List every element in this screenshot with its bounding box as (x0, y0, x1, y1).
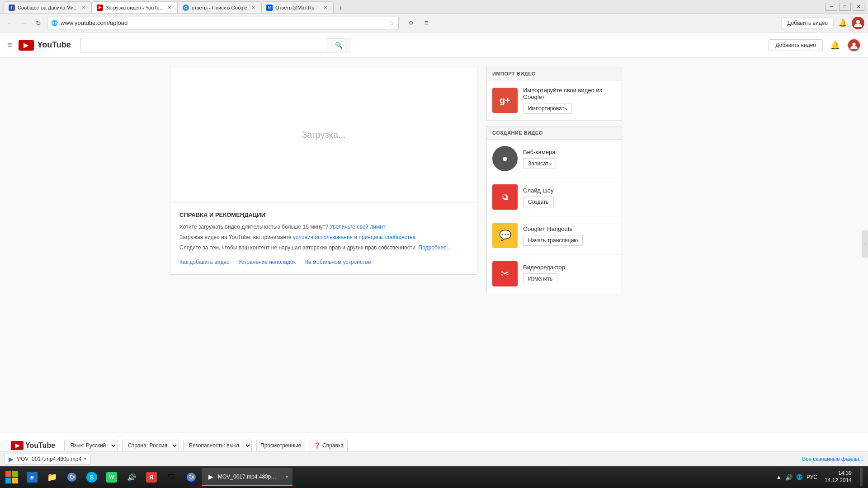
svg-point-9 (190, 476, 193, 479)
edit-button[interactable]: Изменить (523, 273, 557, 284)
tab-1-close[interactable]: ✕ (80, 5, 87, 11)
start-button[interactable] (2, 468, 22, 486)
tab-2[interactable]: ▶ Загрузка видео - YouTu... ✕ (92, 1, 178, 13)
import-video-section: ИМПОРТ ВИДЕО g+ Импортируйте свои видео … (486, 67, 622, 121)
hangouts-item: 💬 Google+ Hangouts Начать трансляцию (487, 216, 622, 255)
header-add-video-button[interactable]: Добавить видео (769, 39, 823, 51)
antivirus-icon: 🛡 (166, 472, 177, 483)
help-line1-prefix: Хотите загружать видео длительностью бол… (179, 224, 330, 230)
hamburger-menu-icon[interactable]: ≡ (7, 40, 12, 50)
tab-2-close[interactable]: ✕ (166, 5, 173, 11)
whatsapp-icon: W (106, 472, 117, 483)
start-stream-button[interactable]: Начать трансляцию (523, 235, 583, 246)
search-input[interactable] (80, 38, 327, 52)
header-user-avatar[interactable] (847, 38, 861, 52)
maximize-button[interactable]: □ (839, 3, 851, 11)
download-expand-icon[interactable]: ▾ (84, 456, 86, 461)
notification-bell-icon[interactable]: 🔔 (838, 19, 847, 27)
slideshow-content: Слайд-шоу Создать (523, 187, 616, 207)
mobile-link[interactable]: На мобильном устройстве (304, 259, 371, 265)
search-icon: 🔍 (335, 42, 343, 49)
tab-4-close[interactable]: ✕ (322, 5, 329, 11)
increase-limit-link[interactable]: Увеличьте свой лимит (330, 224, 385, 230)
taskbar-ie-app[interactable]: e (23, 468, 42, 486)
tray-speaker-icon[interactable]: 🔊 (785, 474, 793, 481)
tray-network-icon[interactable]: 🌐 (796, 474, 803, 480)
taskbar-yandex-app[interactable]: Я (142, 468, 161, 486)
footer-logo-row: ▶ YouTube Язык: Русский Страна: Россия Б… (11, 440, 857, 451)
chrome-menu-button[interactable]: ≡ (420, 17, 432, 29)
import-gplus-title: Импортируйте свои видео из Google+ (523, 87, 616, 100)
extensions-button[interactable]: ⚙ (405, 17, 417, 29)
taskbar-speaker-app[interactable]: 🔊 (122, 468, 141, 486)
loading-text: Загрузка... (302, 130, 346, 140)
import-button[interactable]: Импортировать (523, 103, 572, 114)
address-input[interactable] (61, 19, 386, 26)
active-app-expand[interactable]: ▾ (286, 474, 288, 479)
system-clock[interactable]: 14:39 14.12.2014 (821, 470, 855, 484)
search-button[interactable]: 🔍 (327, 38, 351, 52)
address-bar[interactable]: 🌐 ☆ (47, 17, 399, 29)
how-to-add-link[interactable]: Как добавить видео (179, 259, 230, 265)
tab-3-close[interactable]: ✕ (250, 5, 256, 11)
sidebar-expand-tab[interactable]: › (862, 230, 868, 258)
tray-language-label[interactable]: РУС (807, 474, 817, 480)
active-app-icon: ▶ (206, 472, 215, 481)
community-link[interactable]: принципы сообщества (359, 234, 415, 240)
tab-1[interactable]: f Сообщества Данила Ми... ✕ (4, 1, 92, 13)
webcam-title: Веб-камера (523, 149, 616, 155)
help-text-2: Загружая видео на YouTube, вы принимаете… (179, 233, 468, 242)
tray-arrow-icon[interactable]: ▲ (776, 474, 782, 480)
create-slideshow-button[interactable]: Создать (523, 197, 554, 207)
safety-select[interactable]: Безопасность: выкл. (183, 440, 252, 451)
back-button[interactable]: ← (4, 17, 15, 29)
troubleshoot-link[interactable]: Устранение неполадок (238, 259, 296, 265)
taskbar-chrome-app[interactable] (62, 468, 81, 486)
refresh-button[interactable]: ↻ (33, 17, 44, 29)
language-select[interactable]: Язык: Русский (64, 440, 118, 451)
taskbar-chrome2-app[interactable] (182, 468, 201, 486)
taskbar-explorer-app[interactable]: 📁 (42, 468, 61, 486)
tab-4[interactable]: M Ответы@Mail.Ru ✕ (261, 1, 334, 13)
download-file-icon: ▶ (9, 455, 14, 463)
close-button[interactable]: ✕ (853, 3, 864, 11)
new-tab-button[interactable]: + (335, 3, 345, 13)
history-button[interactable]: Просмотренные (256, 440, 305, 451)
search-bar: 🔍 (80, 38, 351, 52)
youtube-logo-wrap[interactable]: ≡ ▶ YouTube (7, 40, 71, 51)
video-editor-item: ✂ Видеоредактор Изменить (487, 255, 622, 293)
terms-link[interactable]: условия использования (293, 234, 353, 240)
youtube-logo-icon: ▶ (19, 40, 34, 51)
all-downloads-link[interactable]: Все скачанные файлы... (802, 456, 863, 462)
import-gplus-item: g+ Импортируйте свои видео из Google+ Им… (487, 80, 622, 120)
webcam-icon: ● (492, 146, 518, 171)
download-file-item[interactable]: ▶ MOV_0017.mp4.480p.mp4 ▾ (5, 454, 90, 465)
more-info-link[interactable]: Подробнее... (419, 244, 451, 251)
help-line2-prefix: Загружая видео на YouTube, вы принимаете (179, 234, 293, 240)
footer-youtube-icon: ▶ (11, 441, 24, 450)
taskbar-antivirus-app[interactable]: 🛡 (162, 468, 181, 486)
chrome2-icon (186, 472, 197, 483)
hangouts-icon: 💬 (492, 223, 518, 248)
show-desktop-button[interactable] (860, 468, 863, 486)
tab-3[interactable]: G ответы - Поиск в Google ✕ (178, 1, 261, 13)
header-notification-icon[interactable]: 🔔 (830, 40, 840, 50)
speaker-icon: 🔊 (126, 472, 137, 483)
taskbar-skype-app[interactable]: S (82, 468, 101, 486)
country-select[interactable]: Страна: Россия (122, 440, 179, 451)
main-container: Загрузка... СПРАВКА И РЕКОМЕНДАЦИИ Хотит… (163, 58, 705, 308)
video-editor-content: Видеоредактор Изменить (523, 264, 616, 284)
user-avatar[interactable] (852, 17, 864, 29)
minimize-button[interactable]: ─ (826, 3, 837, 11)
help-button[interactable]: ❓ Справка (310, 440, 348, 451)
record-button[interactable]: Записать (523, 158, 556, 169)
taskbar-whatsapp-app[interactable]: W (102, 468, 121, 486)
youtube-header: ≡ ▶ YouTube 🔍 Добавить видео 🔔 (0, 33, 868, 58)
taskbar-active-download-app[interactable]: ▶ MOV_0017.mp4.480p.mp4 ▾ (202, 468, 292, 486)
forward-button[interactable]: → (18, 17, 30, 29)
chrome-icon (66, 472, 77, 483)
bookmark-star-icon[interactable]: ☆ (389, 19, 395, 27)
add-video-button[interactable]: Добавить видео (781, 17, 834, 29)
svg-point-1 (853, 42, 856, 46)
svg-point-5 (71, 476, 73, 479)
